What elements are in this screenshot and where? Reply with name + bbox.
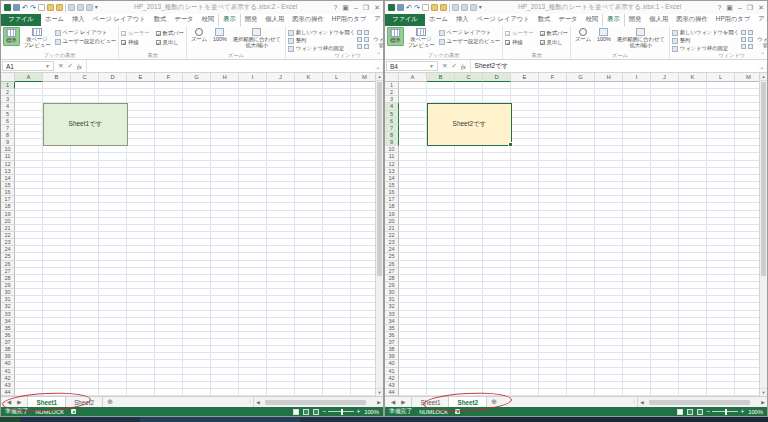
grid-cell[interactable] [679,353,707,360]
grid-cell[interactable] [567,103,595,110]
grid-cell[interactable] [211,96,239,103]
grid-cell[interactable] [15,360,43,367]
grid-cell[interactable] [679,389,707,396]
grid-cell[interactable] [323,168,351,175]
grid-cell[interactable] [295,239,323,246]
grid-cell[interactable] [71,196,99,203]
grid-cell[interactable] [71,353,99,360]
grid-cell[interactable] [99,368,127,375]
grid-cell[interactable] [651,139,679,146]
grid-cell[interactable] [99,211,127,218]
row-header-10[interactable]: 10 [1,146,15,153]
grid-cell[interactable] [323,146,351,153]
merged-cell-box[interactable]: Sheet1です [43,103,128,146]
grid-cell[interactable] [183,196,211,203]
grid-cell[interactable] [71,268,99,275]
column-header-B[interactable]: B [427,73,455,82]
grid-cell[interactable] [323,175,351,182]
next-sheet-icon[interactable]: ▶ [17,399,21,405]
grid-cell[interactable] [511,182,539,189]
horizontal-scrollbar[interactable]: ◀ ▶ [253,397,383,407]
switch-windows-button[interactable]: ウィンドウの 切り替え [371,27,384,50]
grid-cell[interactable] [323,225,351,232]
grid-cell[interactable] [183,175,211,182]
grid-cell[interactable] [323,139,351,146]
grid-cell[interactable] [183,239,211,246]
grid-cell[interactable] [127,368,155,375]
grid-cell[interactable] [183,253,211,260]
grid-cell[interactable] [211,89,239,96]
grid-cell[interactable] [511,203,539,210]
grid-cell[interactable] [295,218,323,225]
grid-cell[interactable] [707,332,735,339]
grid-cell[interactable] [43,261,71,268]
grid-cell[interactable] [595,261,623,268]
row-header-25[interactable]: 25 [1,253,15,260]
excel-logo-icon[interactable] [4,4,11,11]
grid-cell[interactable] [707,168,735,175]
grid-cell[interactable] [567,325,595,332]
grid-cell[interactable] [155,318,183,325]
grid-cell[interactable] [239,168,267,175]
grid-cell[interactable] [43,253,71,260]
scroll-left-icon[interactable]: ◀ [638,400,646,405]
grid-cell[interactable] [323,96,351,103]
row-header-44[interactable]: 44 [1,389,15,396]
grid-cell[interactable] [15,289,43,296]
grid-cell[interactable] [295,118,323,125]
grid-cell[interactable] [99,318,127,325]
grid-cell[interactable] [483,203,511,210]
grid-cell[interactable] [483,346,511,353]
grid-cell[interactable] [295,211,323,218]
grid-cell[interactable] [239,332,267,339]
row-header-4[interactable]: 4 [385,103,399,110]
grid-cell[interactable] [567,146,595,153]
grid-cell[interactable] [71,346,99,353]
grid-cell[interactable] [623,311,651,318]
grid-cell[interactable] [43,239,71,246]
new-file-icon[interactable] [38,4,45,11]
scroll-down-icon[interactable]: ▼ [376,388,383,396]
grid-cell[interactable] [539,389,567,396]
grid-cell[interactable] [295,375,323,382]
grid-cell[interactable] [427,360,455,367]
grid-cell[interactable] [71,225,99,232]
grid-cell[interactable] [43,289,71,296]
split-icon[interactable] [357,30,362,35]
row-header-8[interactable]: 8 [385,132,399,139]
grid-cell[interactable] [567,360,595,367]
grid-cell[interactable] [511,253,539,260]
grid-cell[interactable] [511,82,539,89]
grid-cell[interactable] [71,82,99,89]
grid-cell[interactable] [183,146,211,153]
grid-cell[interactable] [567,239,595,246]
grid-cell[interactable] [595,132,623,139]
grid-cell[interactable] [399,168,427,175]
grid-cell[interactable] [71,239,99,246]
page-layout-status-icon[interactable] [687,409,693,415]
grid-cell[interactable] [127,82,155,89]
grid-cell[interactable] [567,225,595,232]
grid-cell[interactable] [239,153,267,160]
grid-cell[interactable] [399,225,427,232]
grid-cell[interactable] [15,303,43,310]
freeze-panes-button[interactable]: ウィンドウ枠の固定 [672,45,739,52]
enter-icon[interactable]: ✓ [67,62,72,70]
grid-cell[interactable] [71,375,99,382]
grid-cell[interactable] [267,253,295,260]
grid-cell[interactable] [295,168,323,175]
grid-cell[interactable] [455,268,483,275]
grid-cell[interactable] [183,103,211,110]
grid-cell[interactable] [211,303,239,310]
tab-HP用のタブ[interactable]: HP用のタブ [712,14,754,26]
grid-cell[interactable] [43,218,71,225]
grid-cell[interactable] [239,303,267,310]
grid-cell[interactable] [567,261,595,268]
grid-cell[interactable] [267,318,295,325]
grid-cell[interactable] [623,103,651,110]
sheet-tab-Sheet2[interactable]: Sheet2 [449,397,487,407]
grid-cell[interactable] [323,196,351,203]
grid-cell[interactable] [155,268,183,275]
grid-cell[interactable] [15,168,43,175]
grid-cell[interactable] [211,275,239,282]
